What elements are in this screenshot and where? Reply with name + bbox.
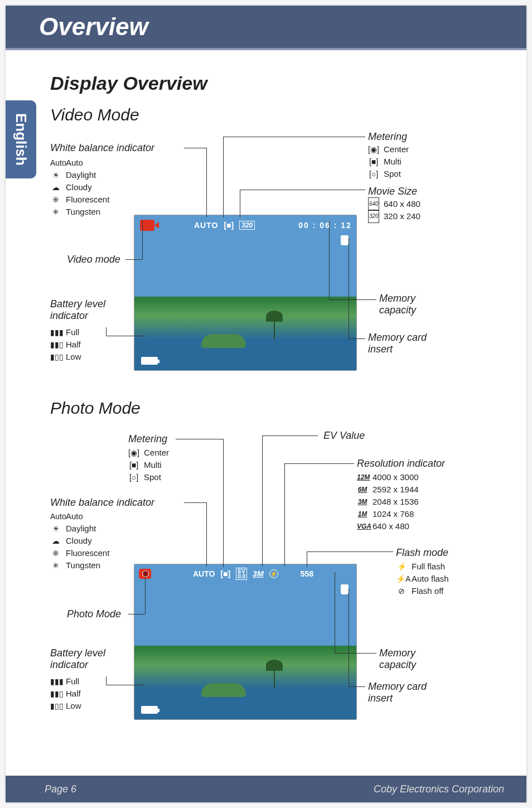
flash-full-text: Full flash	[412, 560, 445, 573]
line	[125, 259, 142, 260]
batt-low-icon-p: ▮▯▯	[50, 700, 61, 712]
wb-daylight-text: Daylight	[66, 169, 96, 181]
metering-multi-text: Multi	[384, 156, 402, 168]
metering-spot-text-p: Spot	[144, 471, 161, 483]
flash-off-icon: ⊘	[396, 585, 407, 597]
line	[335, 572, 335, 653]
lcd-res: 320	[239, 221, 255, 230]
line	[206, 148, 207, 217]
metering-center-icon-p: [◉]	[128, 447, 139, 459]
line	[349, 338, 365, 339]
line	[206, 502, 207, 567]
sub-photo-mode: Photo Mode	[50, 399, 504, 418]
batt-low-text-p: Low	[66, 700, 81, 712]
metering-multi-text-p: Multi	[144, 459, 162, 471]
legend-metering: [◉]Center [■]Multi [○]Spot	[368, 143, 409, 180]
label-photo-mode: Photo Mode	[67, 608, 121, 620]
movie-320-icon: 320	[368, 210, 379, 223]
metering-spot-text: Spot	[384, 168, 401, 180]
batt-full-text: Full	[66, 326, 79, 338]
batt-full-icon: ▮▮▮	[50, 326, 61, 338]
line	[184, 502, 206, 503]
metering-center-icon: [◉]	[368, 143, 379, 156]
lcd-auto: AUTO	[194, 221, 218, 230]
label-battery: Battery level indicator	[50, 298, 123, 322]
res-3m-icon: 3M	[357, 496, 368, 508]
lcd-ev-icon: EV0.0	[236, 568, 247, 580]
line	[223, 137, 365, 137]
label-memory-card: Memory card insert	[368, 332, 435, 355]
res-12m-icon: 12M	[357, 471, 368, 483]
batt-half-text: Half	[66, 338, 81, 351]
batt-low-icon: ▮▯▯	[50, 351, 61, 363]
ev-bot: 0.0	[238, 573, 245, 579]
metering-multi-icon-p: [■]	[128, 459, 139, 471]
legend-battery-p: ▮▮▮Full ▮▮▯Half ▮▯▯Low	[50, 675, 81, 712]
label-memory-capacity-p: Memory capacity	[379, 647, 435, 671]
lcd-metering-icon-p: [■]	[220, 569, 230, 578]
label-video-mode: Video mode	[67, 254, 120, 265]
label-ev: EV Value	[323, 430, 365, 442]
res-1m-icon: 1M	[357, 508, 368, 520]
batt-half-text-p: Half	[66, 688, 81, 700]
line	[240, 190, 365, 190]
line	[106, 685, 145, 685]
line	[307, 551, 307, 567]
metering-center-text-p: Center	[144, 447, 169, 459]
flash-full-icon: ⚡	[396, 560, 407, 573]
legend-resolution: 12M4000 x 3000 6M2592 x 1944 3M2048 x 15…	[357, 471, 419, 533]
label-white-balance-p: White balance indicator	[50, 497, 154, 509]
lcd-metering-icon: [■]	[224, 221, 234, 230]
line	[106, 327, 107, 336]
batt-half-icon-p: ▮▮▯	[50, 688, 61, 700]
footer-company: Coby Electronics Corporation	[374, 783, 504, 795]
wb-daylight-text-p: Daylight	[66, 522, 96, 535]
label-white-balance: White balance indicator	[50, 142, 154, 154]
line	[329, 299, 376, 300]
legend-battery: ▮▮▮Full ▮▮▯Half ▮▯▯Low	[50, 326, 81, 363]
wb-fluorescent-text: Fluorescent	[66, 193, 109, 206]
lcd-decor-palm-p	[274, 666, 275, 689]
line	[142, 220, 143, 259]
line	[240, 190, 240, 217]
wb-fluorescent-icon-p: ※	[50, 547, 61, 559]
line	[335, 653, 376, 654]
lcd-bar: AUTO [■] 320 00 : 06 : 12	[139, 219, 352, 232]
lcd-video: AUTO [■] 320 00 : 06 : 12	[134, 215, 357, 371]
wb-tungsten-text-p: Tungsten	[66, 559, 100, 572]
wb-auto-text: Auto	[66, 157, 83, 169]
metering-multi-icon: [■]	[368, 156, 379, 168]
line	[284, 463, 285, 567]
wb-fluorescent-icon: ※	[50, 193, 61, 206]
metering-center-text: Center	[384, 143, 409, 156]
res-3m-text: 2048 x 1536	[373, 496, 419, 508]
sub-video-mode: Video Mode	[50, 105, 504, 124]
legend-flash: ⚡Full flash ⚡AAuto flash ⊘Flash off	[396, 560, 449, 597]
line	[128, 614, 145, 615]
movie-640-icon: 640	[368, 197, 379, 211]
line	[307, 551, 393, 552]
header-bar: Overview	[6, 6, 526, 50]
metering-spot-icon-p: [○]	[128, 471, 139, 483]
line	[223, 137, 224, 217]
lcd-flash-icon: ⚡	[269, 569, 278, 578]
video-diagram: White balance indicator AutoAuto ☀Daylig…	[50, 131, 504, 388]
legend-white-balance-p: AutoAuto ☀Daylight ☁Cloudy ※Fluorescent …	[50, 510, 109, 572]
wb-tungsten-icon-p: ✳	[50, 559, 61, 572]
section-display-overview: Display Overview	[50, 72, 504, 94]
language-tab-label: English	[12, 113, 30, 166]
line	[262, 436, 318, 436]
wb-cloudy-icon-p: ☁	[50, 535, 61, 547]
legend-metering-p: [◉]Center [■]Multi [○]Spot	[128, 447, 169, 483]
language-tab: English	[6, 100, 36, 178]
footer: Page 6 Coby Electronics Corporation	[6, 776, 526, 802]
lcd-decor-island	[201, 334, 246, 348]
wb-tungsten-icon: ✳	[50, 206, 61, 218]
batt-low-text: Low	[66, 351, 81, 363]
lcd-res-p: 3M	[253, 569, 263, 578]
wb-cloudy-text-p: Cloudy	[66, 535, 92, 547]
metering-spot-icon: [○]	[368, 168, 379, 180]
legend-white-balance: AutoAuto ☀Daylight ☁Cloudy ※Fluorescent …	[50, 157, 109, 218]
label-flash: Flash mode	[396, 547, 448, 559]
lcd-photo: AUTO [■] EV0.0 3M ⚡ 558	[134, 564, 357, 720]
